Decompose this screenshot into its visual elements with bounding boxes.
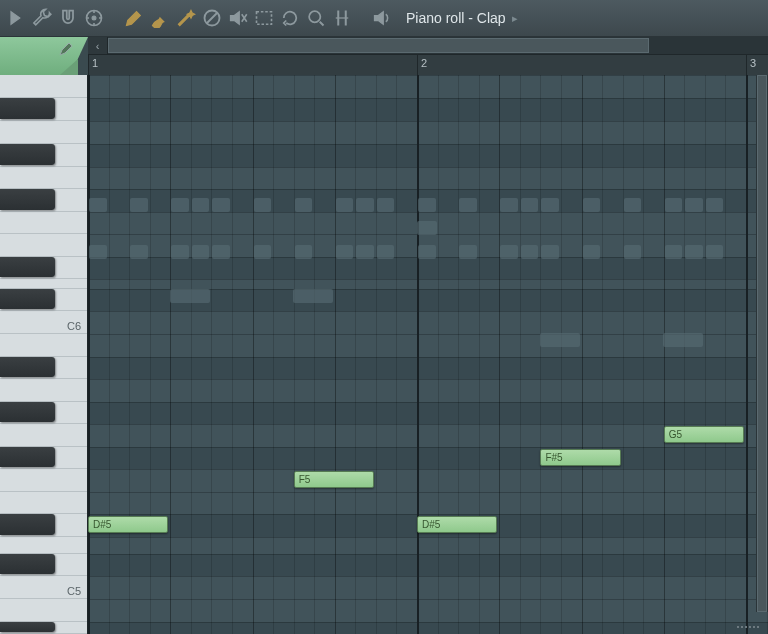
ghost-note xyxy=(624,245,642,259)
ghost-note xyxy=(212,198,230,212)
key-E5[interactable] xyxy=(0,492,87,514)
key-A5[interactable] xyxy=(0,379,87,402)
ghost-note xyxy=(130,245,148,259)
black-key-F#6[interactable] xyxy=(0,189,55,210)
title-channel: Clap xyxy=(477,10,506,26)
ghost-note xyxy=(685,198,703,212)
ghost-note xyxy=(212,245,230,259)
magnet-icon[interactable] xyxy=(58,8,78,28)
ghost-note xyxy=(254,198,272,212)
ghost-note xyxy=(418,198,436,212)
select-rect-icon[interactable] xyxy=(254,8,274,28)
ghost-note xyxy=(541,198,559,212)
black-key-G#6[interactable] xyxy=(0,144,55,165)
ghost-note xyxy=(356,198,374,212)
bar-number: 3 xyxy=(750,57,756,69)
hscroll-track[interactable] xyxy=(108,37,768,55)
tab-corner-icon xyxy=(60,59,78,75)
ghost-note xyxy=(685,245,703,259)
settings-circle-icon[interactable] xyxy=(84,8,104,28)
key-B4[interactable] xyxy=(0,599,87,622)
black-key-F#5[interactable] xyxy=(0,447,55,467)
note-F5[interactable]: F5 xyxy=(294,471,374,488)
hscroll-left-button[interactable]: ‹ xyxy=(88,37,108,55)
key-A6[interactable] xyxy=(0,121,87,144)
loop-icon[interactable] xyxy=(280,8,300,28)
key-E6[interactable] xyxy=(0,234,87,257)
hscroll-thumb[interactable] xyxy=(108,38,649,53)
disable-icon[interactable] xyxy=(202,8,222,28)
toolbar: Piano roll - Clap ▸ xyxy=(0,0,768,37)
bar-number: 2 xyxy=(421,57,427,69)
ghost-note xyxy=(459,245,477,259)
key-G5[interactable] xyxy=(0,424,87,447)
note-grid[interactable]: D#5F5D#5F#5G5 xyxy=(88,75,768,634)
piano-keys[interactable]: C6C5 xyxy=(0,75,88,634)
ghost-note xyxy=(295,245,313,259)
black-key-D#6[interactable] xyxy=(0,257,55,277)
key-label: C6 xyxy=(67,320,81,332)
brush-icon[interactable] xyxy=(150,8,170,28)
ghost-note xyxy=(541,245,559,259)
key-F6[interactable] xyxy=(0,212,87,234)
key-G6[interactable] xyxy=(0,167,87,189)
ghost-note xyxy=(293,289,333,303)
note-D#5[interactable]: D#5 xyxy=(88,516,168,533)
pattern-tab[interactable] xyxy=(0,37,88,75)
svg-point-4 xyxy=(309,11,320,22)
timeline-ruler[interactable]: 123 xyxy=(88,55,768,75)
ghost-note xyxy=(500,245,518,259)
ghost-note xyxy=(418,245,436,259)
pencil-icon xyxy=(58,41,74,57)
menu-arrow-icon[interactable] xyxy=(6,8,26,28)
main-area: C6C5 D#5F5D#5F#5G5 xyxy=(0,75,768,634)
svg-point-1 xyxy=(92,16,96,20)
ghost-note xyxy=(295,198,313,212)
vscroll-thumb[interactable] xyxy=(757,75,767,612)
sparkle-icon[interactable] xyxy=(176,8,196,28)
vscroll-track[interactable] xyxy=(756,75,768,612)
black-key-A#6[interactable] xyxy=(0,98,55,119)
ghost-note xyxy=(583,198,601,212)
ghost-note xyxy=(192,245,210,259)
header-row: ‹ 123 xyxy=(0,37,768,75)
ghost-note xyxy=(336,245,354,259)
key-B6[interactable] xyxy=(0,75,87,98)
ghost-note xyxy=(130,198,148,212)
zoom-icon[interactable] xyxy=(306,8,326,28)
ghost-note xyxy=(521,198,539,212)
black-key-A#4[interactable] xyxy=(0,622,55,632)
ghost-note xyxy=(521,245,539,259)
ghost-note xyxy=(706,198,724,212)
ghost-note xyxy=(459,198,477,212)
speaker-icon[interactable] xyxy=(372,8,392,28)
ghost-note xyxy=(583,245,601,259)
ghost-note xyxy=(624,198,642,212)
black-key-G#5[interactable] xyxy=(0,402,55,422)
paint-icon[interactable] xyxy=(124,8,144,28)
ghost-note xyxy=(500,198,518,212)
resize-handle[interactable] xyxy=(728,620,768,634)
ghost-note xyxy=(170,289,210,303)
black-key-C#6[interactable] xyxy=(0,289,55,309)
key-label: C5 xyxy=(67,585,81,597)
ghost-note xyxy=(377,245,395,259)
black-key-C#5[interactable] xyxy=(0,554,55,574)
wrench-icon[interactable] xyxy=(32,8,52,28)
black-key-D#5[interactable] xyxy=(0,514,55,535)
key-F5[interactable] xyxy=(0,469,87,492)
mute-icon[interactable] xyxy=(228,8,248,28)
note-G5[interactable]: G5 xyxy=(664,426,744,443)
ghost-note xyxy=(171,245,189,259)
title[interactable]: Piano roll - Clap ▸ xyxy=(406,10,518,26)
chevron-right-icon: ▸ xyxy=(512,12,518,25)
split-icon[interactable] xyxy=(332,8,352,28)
black-key-A#5[interactable] xyxy=(0,357,55,377)
ghost-note xyxy=(254,245,272,259)
key-D5[interactable] xyxy=(0,537,87,554)
ghost-note xyxy=(377,198,395,212)
note-D#5[interactable]: D#5 xyxy=(417,516,497,533)
key-D6[interactable] xyxy=(0,279,87,289)
key-B5[interactable] xyxy=(0,334,87,357)
note-F#5[interactable]: F#5 xyxy=(540,449,620,466)
